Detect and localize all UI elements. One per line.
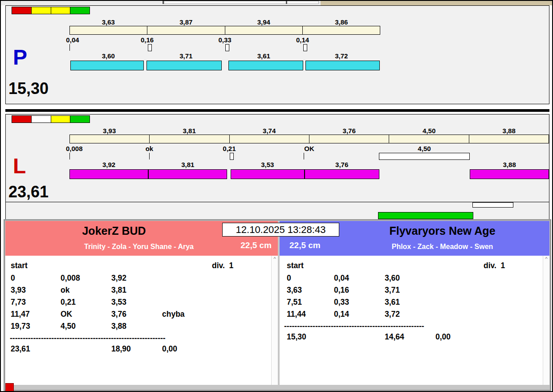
separator-row: ----------------------------------------… <box>5 334 278 344</box>
sum-leg-times: 18,90 <box>111 344 131 354</box>
leg-time: 3,60 <box>385 274 400 283</box>
start-label: start <box>287 261 304 270</box>
tick-mark <box>304 153 304 159</box>
split-time: 0,33 <box>218 36 231 44</box>
leg-time-upper: 3,94 <box>225 18 303 26</box>
exchange-time: 0,14 <box>334 310 349 319</box>
exchange-zone-box <box>225 44 229 51</box>
light-green <box>70 7 89 14</box>
total-row: 23,61 18,90 0,00 <box>5 344 278 356</box>
lane-panel-l: L 23,61 3,93 3,81 3,74 3,76 4,50 3,88 0,… <box>5 114 549 202</box>
leg-bar <box>146 61 222 70</box>
leg-time-upper: 3,81 <box>149 127 229 135</box>
light-yellow <box>51 7 71 14</box>
leg-time: 3,72 <box>385 310 400 319</box>
timing-app-window: P 15,30 3,63 3,87 3,94 3,86 0,04 0,16 0,… <box>0 0 553 392</box>
separator-row: ----------------------------------------… <box>280 322 549 332</box>
table-header-row: start div. 1 <box>280 261 549 274</box>
barrier-height: 22,5 cm <box>240 241 272 250</box>
upper-track-bar <box>69 135 549 143</box>
division-label: div. 1 <box>484 261 505 270</box>
start-lights-p <box>12 7 90 14</box>
table-row: 0 0,04 3,60 <box>280 274 549 286</box>
leg-time: 3,53 <box>111 298 126 307</box>
vertical-scrollbar[interactable]: ^ <box>271 256 278 385</box>
results-table-left: start div. 1 0 0,008 3,92 3,93 ok 3,81 7… <box>5 256 278 385</box>
table-row: 0 0,008 3,92 <box>5 274 278 286</box>
split-time: 0,04 <box>66 36 79 44</box>
split-time: 0,14 <box>296 36 309 44</box>
lower-leg-times: 3,92 3,81 3,53 3,76 3,88 <box>69 161 549 168</box>
team-members: Phlox - Zack - Meadow - Swen <box>339 243 546 251</box>
vertical-scrollbar[interactable]: ^ <box>543 256 549 385</box>
scroll-up-arrow[interactable]: ^ <box>272 256 278 262</box>
table-row: 3,63 0,16 3,71 <box>280 286 549 298</box>
division-label: div. 1 <box>212 261 233 270</box>
cumulative-time: 11,44 <box>287 310 306 319</box>
leg-time-upper: 3,74 <box>229 127 309 135</box>
table-row: 11,47 OK 3,76 chyba <box>5 310 278 322</box>
team-members: Trinity - Zola - Yoru Shane - Arya <box>5 243 272 251</box>
penalty-box <box>379 153 470 160</box>
exchange-zone-box <box>303 44 307 51</box>
split-time: 0,21 <box>223 145 236 152</box>
cumulative-time: 7,73 <box>11 298 26 307</box>
table-row: 3,93 ok 3,81 <box>5 286 278 298</box>
table-row: 7,51 0,33 3,61 <box>280 298 549 310</box>
exchange-time: 4,50 <box>61 322 76 331</box>
total-time: 15,30 <box>287 332 306 342</box>
exchange-time: 0,008 <box>61 274 80 283</box>
lane-divider <box>5 109 549 112</box>
scroll-up-arrow[interactable]: ^ <box>543 256 549 262</box>
desktop-background-sliver <box>321 1 553 5</box>
window-top-strip <box>1 1 553 5</box>
light-yellow <box>51 116 71 122</box>
exchange-zone-box <box>148 44 152 51</box>
tick-mark <box>69 44 70 51</box>
team-name: JokerZ BUD <box>5 225 223 237</box>
exchange-zone-box <box>230 153 234 160</box>
leg-time-upper: 3,87 <box>147 18 225 26</box>
sum-leg-times: 14,64 <box>385 332 404 342</box>
leg-bars <box>69 169 549 179</box>
total-row: 15,30 14,64 0,00 <box>280 332 549 344</box>
split-time: 4,50 <box>418 145 431 152</box>
penalty-total: 0,00 <box>162 344 177 354</box>
table-row: 11,44 0,14 3,72 <box>280 310 549 322</box>
leg-bar <box>148 169 227 179</box>
exchange-times: 0,04 0,16 0,33 0,14 <box>69 36 380 43</box>
leg-time-lower: 3,88 <box>470 161 549 168</box>
leg-bar <box>305 169 379 179</box>
leg-bar <box>69 169 148 179</box>
leg-time-upper: 3,88 <box>469 127 549 135</box>
team-panel-left: JokerZ BUD Trinity - Zola - Yoru Shane -… <box>5 221 278 385</box>
leg-time-lower: 3,76 <box>305 161 379 168</box>
cumulative-time: 3,93 <box>11 286 26 295</box>
cumulative-time: 11,47 <box>11 310 30 319</box>
tick-mark <box>69 153 70 159</box>
partial-white-box <box>472 202 513 208</box>
exchange-time: 0,04 <box>334 274 349 283</box>
cumulative-time: 3,63 <box>287 286 302 295</box>
fault-note: chyba <box>162 310 185 319</box>
toolbar-mark <box>163 1 164 4</box>
exchange-markers <box>69 153 549 160</box>
leg-time-lower: 3,72 <box>303 52 381 60</box>
penalty-total: 0,00 <box>435 332 451 342</box>
dashed-line: ----------------------------------------… <box>10 334 166 343</box>
leg-bar <box>470 169 549 179</box>
light-yellow <box>32 7 51 14</box>
leg-time-lower: 3,61 <box>225 52 303 60</box>
split-time: 0,008 <box>66 145 83 152</box>
leg-bar <box>228 61 303 70</box>
light-red <box>12 7 32 14</box>
cumulative-time: 19,73 <box>11 322 30 331</box>
table-row: 7,73 0,21 3,53 <box>5 298 278 310</box>
light-green <box>70 116 89 122</box>
light-red <box>12 116 32 122</box>
leg-time: 3,88 <box>111 322 126 331</box>
total-time: 23,61 <box>11 344 30 354</box>
leg-bar <box>305 61 380 70</box>
datetime-display: 12.10.2025 13:28:43 <box>222 223 339 237</box>
exchange-time: 0,33 <box>334 298 349 307</box>
